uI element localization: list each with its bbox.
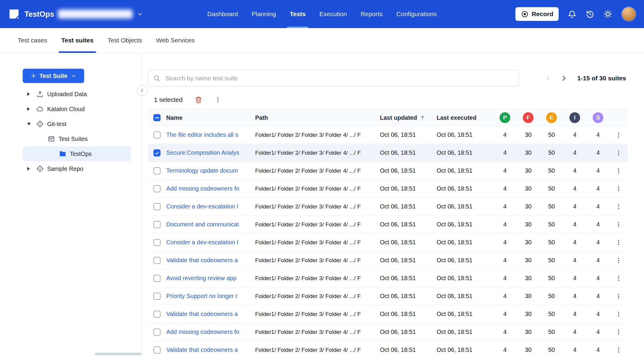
row-kebab-menu-icon[interactable] bbox=[615, 329, 622, 336]
workspace-switcher[interactable]: TestOps bbox=[8, 8, 143, 20]
nav-item-dashboard[interactable]: Dashboard bbox=[207, 0, 238, 28]
check-icon bbox=[155, 150, 160, 155]
tree-item-uploaded-data[interactable]: Uploaded Data bbox=[23, 87, 131, 102]
row-checkbox[interactable] bbox=[153, 293, 161, 300]
row-kebab-menu-icon[interactable] bbox=[615, 167, 622, 174]
row-checkbox[interactable] bbox=[153, 221, 161, 228]
caret-expanded-icon[interactable] bbox=[27, 121, 36, 127]
row-checkbox[interactable] bbox=[153, 203, 161, 210]
row-checkbox[interactable] bbox=[153, 311, 161, 318]
suite-name-link[interactable]: Add missing codeowners fo bbox=[166, 329, 239, 335]
suite-name-link[interactable]: The file editor includes all s bbox=[166, 131, 238, 138]
count-incomplete: 4 bbox=[563, 293, 586, 300]
suite-name-link[interactable]: Priority Support no longer r bbox=[166, 293, 238, 299]
select-all-cell bbox=[148, 114, 166, 121]
bulk-actions-kebab-icon[interactable] bbox=[214, 96, 221, 103]
suite-path: Folder1/ Folder 2/ Folder 3/ Folder 4/ .… bbox=[255, 150, 380, 156]
row-checkbox[interactable] bbox=[153, 185, 161, 192]
suite-name-link[interactable]: Validate that codeowners a bbox=[166, 311, 238, 317]
last-executed-value: Oct 06, 18:51 bbox=[437, 167, 493, 174]
testops-app: TestOps DashboardPlanningTestsExecutionR… bbox=[0, 0, 644, 356]
tree-item-katalon-cloud[interactable]: Katalon Cloud bbox=[23, 102, 131, 116]
last-updated-value: Oct 06, 18:51 bbox=[380, 293, 437, 300]
caret-collapsed-icon[interactable] bbox=[27, 166, 36, 172]
workspace-name-redacted bbox=[58, 10, 133, 19]
record-button[interactable]: Record bbox=[515, 7, 559, 21]
user-avatar[interactable] bbox=[621, 7, 636, 22]
chevron-down-icon[interactable] bbox=[137, 11, 143, 17]
next-page-icon[interactable] bbox=[560, 74, 568, 83]
row-kebab-menu-icon[interactable] bbox=[615, 221, 622, 228]
suite-name-link[interactable]: Avoid reverting review app bbox=[166, 275, 236, 281]
tab-test-cases[interactable]: Test cases bbox=[18, 28, 47, 53]
row-checkbox[interactable] bbox=[153, 149, 161, 156]
tree-item-testops[interactable]: TestOps bbox=[23, 146, 131, 161]
row-kebab-menu-icon[interactable] bbox=[615, 275, 622, 282]
status-column-failed: F bbox=[517, 112, 540, 123]
delete-trash-icon[interactable] bbox=[195, 96, 202, 104]
row-checkbox[interactable] bbox=[153, 346, 161, 354]
tab-test-objects[interactable]: Test Objects bbox=[107, 28, 142, 53]
nav-item-planning[interactable]: Planning bbox=[252, 0, 276, 28]
row-actions-cell bbox=[610, 239, 628, 246]
nav-item-tests[interactable]: Tests bbox=[290, 0, 306, 28]
suite-name-link[interactable]: Validate that codeowners a bbox=[166, 257, 238, 263]
settings-gear-icon[interactable] bbox=[603, 10, 612, 19]
last-updated-value: Oct 06, 18:51 bbox=[380, 221, 437, 228]
suite-name-cell: The file editor includes all s bbox=[166, 131, 255, 138]
status-column-skipped: S bbox=[586, 112, 610, 123]
row-checkbox[interactable] bbox=[153, 257, 161, 264]
suite-name-link[interactable]: Consider a dev-escalation l bbox=[166, 203, 238, 210]
tree-item-sample-repo[interactable]: Sample Repo bbox=[23, 161, 131, 176]
caret-collapsed-icon[interactable] bbox=[27, 91, 36, 97]
new-test-suite-button[interactable]: Test Suite bbox=[23, 69, 84, 83]
tree-item-git-test[interactable]: Git-test bbox=[23, 116, 131, 131]
row-kebab-menu-icon[interactable] bbox=[615, 293, 622, 300]
history-icon[interactable] bbox=[586, 10, 594, 19]
row-kebab-menu-icon[interactable] bbox=[615, 311, 622, 318]
row-kebab-menu-icon[interactable] bbox=[615, 203, 622, 210]
suite-name-link[interactable]: Terminology update docum bbox=[166, 167, 238, 174]
nav-item-execution[interactable]: Execution bbox=[319, 0, 347, 28]
search-input[interactable] bbox=[148, 70, 519, 86]
row-checkbox[interactable] bbox=[153, 131, 161, 139]
status-badge-passed: P bbox=[500, 112, 510, 123]
search-icon bbox=[153, 74, 161, 82]
row-actions-cell bbox=[610, 149, 628, 156]
row-checkbox[interactable] bbox=[153, 239, 161, 246]
sort-ascending-icon[interactable] bbox=[419, 114, 426, 121]
row-kebab-menu-icon[interactable] bbox=[615, 239, 622, 246]
row-actions-cell bbox=[610, 346, 628, 354]
row-kebab-menu-icon[interactable] bbox=[615, 257, 622, 264]
tab-test-suites[interactable]: Test suites bbox=[61, 28, 93, 53]
row-kebab-menu-icon[interactable] bbox=[615, 131, 622, 139]
tree-item-test-suites[interactable]: Test Suites bbox=[23, 131, 131, 146]
row-kebab-menu-icon[interactable] bbox=[615, 346, 622, 354]
sidebar-scrollbar-thumb[interactable] bbox=[95, 353, 141, 355]
count-failed: 30 bbox=[517, 203, 540, 210]
nav-item-configurations[interactable]: Configurations bbox=[396, 0, 437, 28]
suite-name-link[interactable]: Secure:Composition Analys bbox=[166, 149, 239, 156]
row-kebab-menu-icon[interactable] bbox=[615, 149, 622, 156]
suite-name-link[interactable]: Add missing codeowners fo bbox=[166, 185, 239, 192]
row-kebab-menu-icon[interactable] bbox=[615, 185, 622, 192]
sidebar-collapse-button[interactable] bbox=[137, 85, 147, 96]
brand-title: TestOps bbox=[24, 10, 54, 19]
suite-name-link[interactable]: Document and communicat bbox=[166, 221, 239, 228]
previous-page-icon[interactable] bbox=[543, 74, 552, 83]
nav-item-reports[interactable]: Reports bbox=[361, 0, 383, 28]
caret-collapsed-icon[interactable] bbox=[27, 106, 36, 112]
notifications-bell-icon[interactable] bbox=[568, 10, 577, 19]
suite-name-link[interactable]: Consider a dev-escalation l bbox=[166, 239, 238, 245]
tab-web-services[interactable]: Web Services bbox=[156, 28, 195, 53]
select-all-checkbox[interactable] bbox=[153, 114, 161, 121]
suite-name-link[interactable]: Validate that codeowners a bbox=[166, 346, 238, 353]
table-row: Validate that codeowners aFolder1/ Folde… bbox=[148, 341, 628, 356]
row-checkbox[interactable] bbox=[153, 329, 161, 336]
last-executed-value: Oct 06, 18:51 bbox=[437, 346, 493, 353]
row-actions-cell bbox=[610, 257, 628, 264]
row-checkbox[interactable] bbox=[153, 275, 161, 282]
row-checkbox[interactable] bbox=[153, 167, 161, 174]
avatar-image bbox=[621, 7, 636, 22]
count-error: 50 bbox=[540, 149, 563, 156]
